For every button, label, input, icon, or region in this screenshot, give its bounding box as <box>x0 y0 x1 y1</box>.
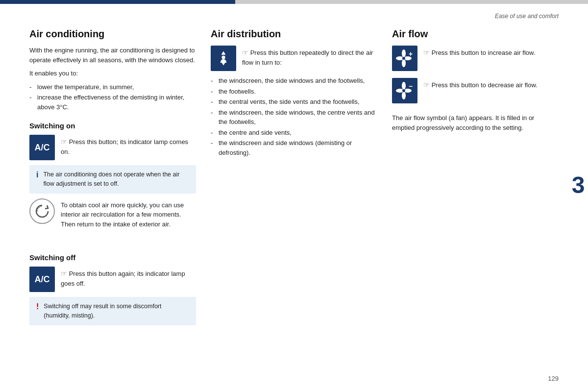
svg-point-5 <box>402 57 405 60</box>
recirculation-row: To obtain cool air more quickly, you can… <box>29 198 196 229</box>
svg-point-9 <box>402 92 406 99</box>
distribution-item-2: the footwells. <box>211 87 377 97</box>
distribution-item-1: the windscreen, the side windows and the… <box>211 76 377 86</box>
fingerpoint-icon-2: ☞ <box>61 270 67 277</box>
switching-off-title: Switching off <box>29 253 196 262</box>
svg-text:+: + <box>409 50 413 58</box>
air-flow-description: The air flow symbol (a fan) appears. It … <box>392 113 559 132</box>
air-flow-decrease-row: − ☞ Press this button to decrease air fl… <box>392 78 559 103</box>
switching-off-row: A/C ☞ Press this button again; its indic… <box>29 267 196 292</box>
fingerpoint-icon-4: ☞ <box>423 49 430 56</box>
distribution-item-3: the central vents, the side vents and th… <box>211 97 377 107</box>
page-number: 129 <box>548 375 559 382</box>
switching-on-title: Switching on <box>29 122 196 130</box>
warning-box-off: ! Switching off may result in some disco… <box>29 297 196 325</box>
enables-item-2: increase the effectiveness of the demist… <box>29 93 196 112</box>
fan-minus-icon-box: − <box>392 78 417 103</box>
recirculation-icon <box>29 198 55 224</box>
warning-icon: ! <box>36 302 39 311</box>
air-distribution-title: Air distribution <box>211 28 377 40</box>
ac-on-button[interactable]: A/C <box>29 135 55 160</box>
content-area: Air conditioning With the engine running… <box>0 24 588 350</box>
distribution-item-5: the centre and side vents, <box>211 128 377 138</box>
fan-plus-icon-box: + <box>392 46 417 71</box>
warning-text-off: Switching off may result in some discomf… <box>44 302 189 320</box>
air-flow-increase-row: + ☞ Press this button to increase air fl… <box>392 46 559 71</box>
air-distribution-row: ☞ Press this button repeatedly to direct… <box>211 46 377 71</box>
air-distribution-list: the windscreen, the side windows and the… <box>211 76 377 157</box>
air-distribution-icon-box <box>211 46 236 71</box>
svg-point-11 <box>402 89 405 92</box>
switching-on-row: A/C ☞ Press this button; its indicator l… <box>29 135 196 160</box>
svg-point-7 <box>402 82 406 90</box>
svg-text:−: − <box>409 82 413 90</box>
distribution-item-6: the windscreen and side windows (demisti… <box>211 138 377 157</box>
fingerpoint-icon: ☞ <box>61 138 67 146</box>
chapter-tab: 3 <box>568 172 588 198</box>
distribution-item-4: the windscreen, the side windows, the ce… <box>211 108 377 127</box>
air-distribution-instruction: ☞ Press this button repeatedly to direct… <box>242 46 377 68</box>
recirculation-svg <box>33 202 51 220</box>
fan-plus-svg: + <box>394 48 416 69</box>
info-box-on: i The air conditioning does not operate … <box>29 165 196 194</box>
air-flow-title: Air flow <box>392 28 559 40</box>
air-conditioning-enables-intro: It enables you to: <box>29 69 196 78</box>
switching-on-instruction: ☞ Press this button; its indicator lamp … <box>61 135 196 157</box>
air-distribution-svg <box>215 49 232 67</box>
info-icon: i <box>36 171 38 179</box>
air-flow-column: Air flow <box>392 28 559 330</box>
info-text-on: The air conditioning does not operate wh… <box>43 170 189 189</box>
air-conditioning-title: Air conditioning <box>29 28 196 40</box>
recirculation-text: To obtain cool air more quickly, you can… <box>61 198 196 229</box>
air-flow-decrease-text: ☞ Press this button to decrease air flow… <box>423 78 538 90</box>
air-conditioning-intro: With the engine running, the air conditi… <box>29 46 196 65</box>
page-header: Ease of use and comfort <box>0 4 588 24</box>
chapter-number: 3 <box>572 172 585 198</box>
svg-point-1 <box>402 49 406 57</box>
ac-off-button[interactable]: A/C <box>29 267 55 292</box>
fingerpoint-icon-5: ☞ <box>423 81 430 89</box>
top-bar <box>0 0 588 4</box>
switching-off-instruction: ☞ Press this button again; its indicator… <box>61 267 196 289</box>
svg-point-0 <box>221 56 225 59</box>
enables-list: lower the temperature, in summer, increa… <box>29 82 196 112</box>
breadcrumb-text: Ease of use and comfort <box>495 13 559 20</box>
fan-minus-svg: − <box>394 80 416 101</box>
air-distribution-column: Air distribution ☞ Press this button rep… <box>211 28 377 330</box>
enables-item-1: lower the temperature, in summer, <box>29 82 196 92</box>
air-conditioning-column: Air conditioning With the engine running… <box>29 28 196 330</box>
fingerpoint-icon-3: ☞ <box>242 49 248 56</box>
air-flow-increase-text: ☞ Press this button to increase air flow… <box>423 46 535 58</box>
svg-point-3 <box>402 59 406 67</box>
